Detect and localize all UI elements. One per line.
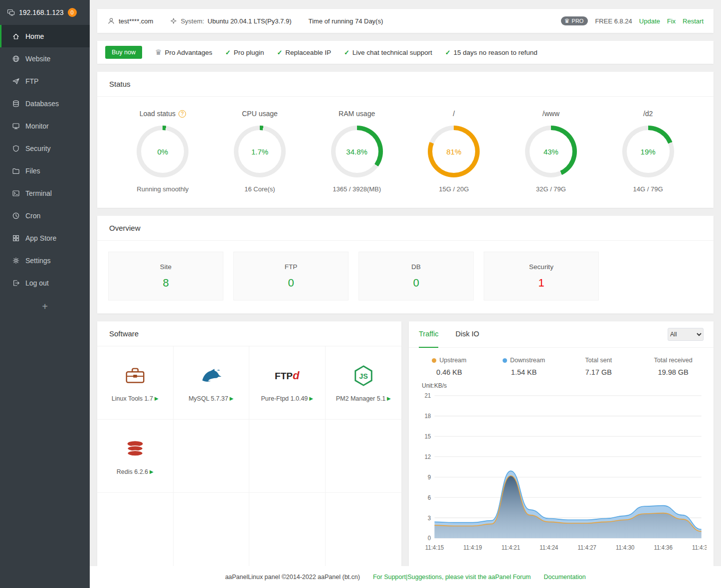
svg-text:18: 18 xyxy=(424,413,431,419)
gauge-disk-www: /www 43% 32G / 79G xyxy=(511,110,591,193)
tab-disk-io[interactable]: Disk IO xyxy=(455,321,479,348)
card-value[interactable]: 0 xyxy=(288,277,294,290)
message-count-badge[interactable]: 0 xyxy=(68,8,77,17)
sidebar-item-security[interactable]: Security xyxy=(0,137,90,159)
svg-text:11:4:24: 11:4:24 xyxy=(540,544,558,551)
overview-card-site[interactable]: Site 8 xyxy=(108,252,223,300)
svg-text:3: 3 xyxy=(428,514,431,521)
sidebar-collapse-button[interactable]: + xyxy=(0,301,90,312)
pro-advantages[interactable]: ♛ Pro Advantages xyxy=(155,48,212,57)
software-empty-cell xyxy=(326,420,402,493)
user-icon xyxy=(107,17,115,25)
play-icon: ▶ xyxy=(155,396,159,401)
legend-value: 1.54 KB xyxy=(511,368,537,376)
software-item-redis[interactable]: Redis 6.2.6 ▶ xyxy=(97,420,174,493)
logout-icon xyxy=(12,279,20,287)
software-item-pm2[interactable]: JS PM2 Manager 5.1 ▶ xyxy=(326,346,402,420)
software-item-mysql[interactable]: MySQL 5.7.37 ▶ xyxy=(174,346,250,420)
server-ip: 192.168.1.123 xyxy=(19,8,64,16)
svg-text:6: 6 xyxy=(428,494,431,500)
buy-now-button[interactable]: Buy now xyxy=(105,46,142,59)
bottom-row: Software Linux Tools 1.7 ▶ xyxy=(97,321,714,566)
app-grid-icon xyxy=(12,234,20,242)
gauge-sub: 32G / 79G xyxy=(536,185,566,193)
sidebar-item-home[interactable]: Home xyxy=(0,25,90,47)
gauge-value: 19% xyxy=(641,147,656,156)
card-value[interactable]: 1 xyxy=(538,277,544,290)
card-value[interactable]: 0 xyxy=(413,277,419,290)
overview-panel: Overview Site 8 FTP 0 DB 0 Security 1 xyxy=(97,216,714,313)
legend-label: Downstream xyxy=(510,357,545,364)
pro-badge[interactable]: ♛ PRO xyxy=(561,16,588,25)
legend-total-sent: Total sent 7.17 GB xyxy=(561,357,636,376)
help-icon[interactable]: ? xyxy=(179,110,186,118)
traffic-chart: 03691215182111:4:1511:4:1911:4:2111:4:24… xyxy=(416,390,707,555)
overview-card-security[interactable]: Security 1 xyxy=(484,252,599,300)
terminal-icon xyxy=(12,189,20,197)
sidebar-item-files[interactable]: Files xyxy=(0,159,90,182)
feature-label: 15 days no reason to refund xyxy=(454,49,538,56)
gauge-value: 81% xyxy=(446,147,461,156)
svg-text:11:4:21: 11:4:21 xyxy=(502,544,520,551)
status-title: Status xyxy=(97,72,714,97)
sidebar-item-databases[interactable]: Databases xyxy=(0,92,90,115)
sidebar-item-label: Monitor xyxy=(25,122,49,130)
traffic-header: Traffic Disk IO All xyxy=(409,321,714,348)
documentation-link[interactable]: Documentation xyxy=(544,574,586,581)
gauge-ring: 34.8% xyxy=(331,126,383,177)
gauge-ring: 1.7% xyxy=(234,126,286,177)
software-item-pure-ftpd[interactable]: FTP d Pure-Ftpd 1.0.49 ▶ xyxy=(249,346,326,420)
pure-ftpd-logo: FTP d xyxy=(275,364,299,388)
feature-pro-plugin: ✓ Pro plugin xyxy=(225,49,264,56)
pro-badge-label: PRO xyxy=(572,18,584,24)
card-value[interactable]: 8 xyxy=(163,277,169,290)
software-item-name: Pure-Ftpd 1.0.49 xyxy=(261,395,308,402)
forum-link[interactable]: For Support|Suggestions, please visit th… xyxy=(373,574,531,581)
traffic-legend: Upstream 0.46 KB Downstream 1.54 KB Tota… xyxy=(409,348,714,377)
sidebar-item-terminal[interactable]: Terminal xyxy=(0,182,90,204)
play-icon: ▶ xyxy=(230,396,234,401)
legend-label: Total sent xyxy=(585,357,612,364)
sidebar-item-app-store[interactable]: App Store xyxy=(0,227,90,249)
software-grid: Linux Tools 1.7 ▶ MySQL 5.7.37 ▶ xyxy=(97,346,401,566)
svg-text:11:4:19: 11:4:19 xyxy=(463,544,482,551)
overview-cards: Site 8 FTP 0 DB 0 Security 1 xyxy=(97,241,714,313)
overview-title: Overview xyxy=(97,216,714,241)
fix-link[interactable]: Fix xyxy=(667,17,676,25)
gauge-load-status: Load status ? 0% Running smoothly xyxy=(123,110,202,193)
gauge-value: 34.8% xyxy=(346,147,367,156)
software-item-name: MySQL 5.7.37 xyxy=(188,395,228,402)
sidebar-item-monitor[interactable]: Monitor xyxy=(0,115,90,137)
sidebar-item-cron[interactable]: Cron xyxy=(0,204,90,227)
restart-link[interactable]: Restart xyxy=(683,17,704,25)
software-empty-cell xyxy=(249,420,326,493)
server-domain[interactable]: test****.com xyxy=(119,17,153,25)
software-item-name: PM2 Manager 5.1 xyxy=(336,395,385,402)
update-link[interactable]: Update xyxy=(639,17,660,25)
sidebar-item-settings[interactable]: Settings xyxy=(0,249,90,272)
overview-card-ftp[interactable]: FTP 0 xyxy=(233,252,349,300)
software-empty-cell xyxy=(249,493,326,566)
card-label: Security xyxy=(529,263,553,271)
sidebar-item-label: Log out xyxy=(25,279,49,287)
server-monitor-icon xyxy=(7,8,15,16)
traffic-filter-select[interactable]: All xyxy=(668,328,704,341)
svg-text:11:4:36: 11:4:36 xyxy=(654,544,673,551)
tab-traffic[interactable]: Traffic xyxy=(419,321,438,348)
footer: aaPanelLinux panel ©2014-2022 aaPanel (b… xyxy=(90,566,721,588)
overview-card-db[interactable]: DB 0 xyxy=(359,252,474,300)
sidebar-item-website[interactable]: Website xyxy=(0,47,90,70)
pro-advantages-label: Pro Advantages xyxy=(165,49,212,56)
sidebar-item-logout[interactable]: Log out xyxy=(0,272,90,294)
sidebar-item-ftp[interactable]: FTP xyxy=(0,70,90,92)
gauge-label: Load status xyxy=(140,110,176,118)
svg-text:11:4:30: 11:4:30 xyxy=(616,544,635,551)
gauge-label: /www xyxy=(542,110,559,118)
sidebar-item-label: Cron xyxy=(25,212,40,220)
sidebar-item-label: Files xyxy=(25,167,40,175)
ftpd-logo-d: d xyxy=(293,369,299,382)
check-icon: ✓ xyxy=(344,49,350,56)
card-label: DB xyxy=(411,263,421,271)
software-empty-cell xyxy=(174,420,250,493)
software-item-linux-tools[interactable]: Linux Tools 1.7 ▶ xyxy=(97,346,174,420)
